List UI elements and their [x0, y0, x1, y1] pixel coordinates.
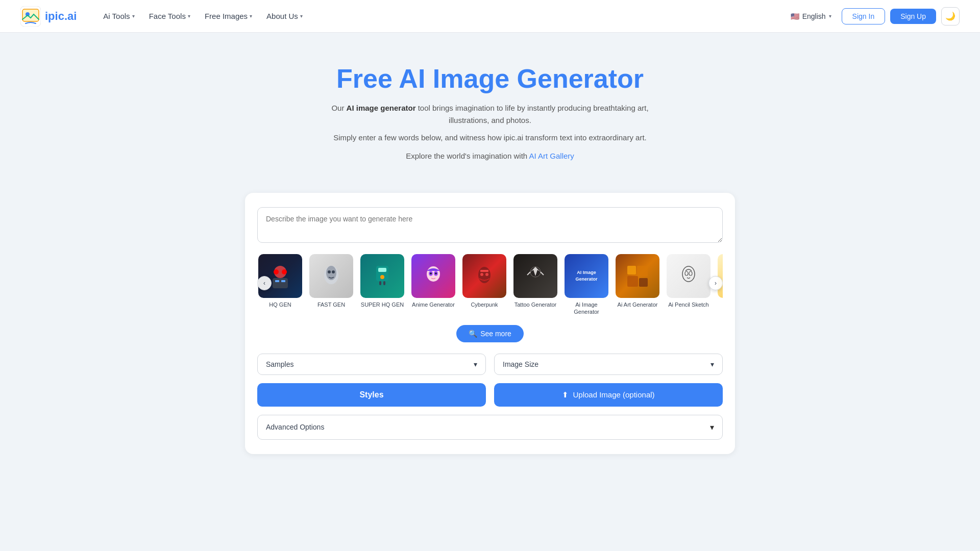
- language-selector[interactable]: 🇺🇸 English ▾: [786, 9, 837, 23]
- svg-point-15: [380, 275, 384, 279]
- svg-rect-28: [627, 266, 636, 274]
- prompt-textarea[interactable]: [257, 207, 723, 243]
- style-label-cyberpunk: Cyberpunk: [471, 301, 498, 308]
- see-more-row: 🔍 See more: [257, 325, 723, 342]
- style-label-hq-gen: HQ GEN: [269, 301, 291, 308]
- chevron-down-icon: ▾: [300, 13, 303, 19]
- theme-toggle-button[interactable]: 🌙: [941, 7, 960, 26]
- svg-point-12: [332, 270, 335, 273]
- carousel-prev-button[interactable]: ‹: [257, 276, 272, 290]
- see-more-button[interactable]: 🔍 See more: [456, 325, 524, 342]
- style-thumbnail-super-hq-gen: [360, 254, 404, 298]
- svg-rect-8: [281, 280, 285, 282]
- svg-point-26: [485, 273, 488, 276]
- hero-description-2: Simply enter a few words below, and witn…: [311, 132, 669, 144]
- action-row: Styles ⬆ Upload Image (optional): [257, 383, 723, 407]
- nav-links: Ai Tools ▾ Face Tools ▾ Free Images ▾ Ab…: [97, 8, 785, 24]
- svg-rect-31: [639, 278, 648, 287]
- style-thumbnail-ai-art-gen: [616, 254, 659, 298]
- style-thumbnail-ai-pencil-sketch: [667, 254, 710, 298]
- advanced-options-label: Advanced Options: [266, 423, 324, 431]
- nav-about-us[interactable]: About Us ▾: [260, 8, 309, 24]
- nav-free-images[interactable]: Free Images ▾: [199, 8, 258, 24]
- search-icon: 🔍: [469, 330, 477, 338]
- chevron-down-icon: ▾: [710, 360, 714, 368]
- hero-description-1: Our AI image generator tool brings imagi…: [311, 102, 669, 127]
- chevron-down-icon: ▾: [188, 13, 190, 19]
- svg-point-22: [435, 272, 437, 274]
- style-item-anime[interactable]: Anime Generator: [410, 254, 456, 316]
- flag-icon: 🇺🇸: [791, 12, 799, 20]
- style-label-ai-image-gen: Ai Image Generator: [564, 301, 609, 316]
- hero-title: Free AI Image Generator: [10, 63, 970, 94]
- style-label-tattoo: Tattoo Generator: [514, 301, 557, 308]
- style-thumbnail-ai-image-gen: AI Image Generator: [565, 254, 608, 298]
- style-thumbnail-cyberpunk: [462, 254, 506, 298]
- svg-point-32: [682, 266, 695, 282]
- style-item-super-hq-gen[interactable]: SUPER HQ GEN: [359, 254, 405, 316]
- nav-face-tools[interactable]: Face Tools ▾: [143, 8, 197, 24]
- svg-rect-17: [383, 281, 385, 285]
- samples-dropdown[interactable]: Samples ▾: [257, 354, 486, 375]
- logo[interactable]: ipic.ai: [20, 6, 77, 27]
- style-label-ai-pencil-sketch: Ai Pencil Sketch: [668, 301, 708, 308]
- svg-rect-7: [275, 280, 279, 282]
- navbar: ipic.ai Ai Tools ▾ Face Tools ▾ Free Ima…: [0, 0, 980, 33]
- upload-image-button[interactable]: ⬆ Upload Image (optional): [494, 383, 723, 407]
- svg-point-11: [328, 270, 331, 273]
- svg-point-25: [480, 273, 483, 276]
- style-label-super-hq-gen: SUPER HQ GEN: [361, 301, 404, 308]
- style-label-ai-art-gen: Ai Art Generator: [618, 301, 658, 308]
- style-thumbnail-fast-gen: [309, 254, 353, 298]
- image-size-dropdown[interactable]: Image Size ▾: [494, 354, 723, 375]
- hero-bold-text: AI image generator: [347, 104, 416, 112]
- advanced-options-row[interactable]: Advanced Options ▾: [257, 415, 723, 440]
- svg-rect-16: [379, 281, 381, 285]
- svg-point-4: [274, 269, 279, 274]
- svg-rect-6: [273, 278, 288, 288]
- style-item-ai-pencil-sketch[interactable]: Ai Pencil Sketch: [666, 254, 712, 316]
- styles-button[interactable]: Styles: [257, 383, 486, 407]
- hero-gallery-text: Explore the world's imagination with AI …: [311, 150, 669, 162]
- svg-point-34: [689, 271, 692, 276]
- style-item-ai-image-gen[interactable]: AI Image Generator Ai Image Generator: [564, 254, 609, 316]
- style-item-tattoo[interactable]: Tattoo Generator: [512, 254, 558, 316]
- hero-section: Free AI Image Generator Our AI image gen…: [0, 33, 980, 183]
- svg-rect-30: [627, 276, 638, 287]
- moon-icon: 🌙: [945, 11, 955, 21]
- svg-rect-14: [378, 268, 386, 272]
- svg-point-21: [430, 272, 432, 274]
- upload-icon: ⬆: [562, 390, 569, 399]
- nav-actions: 🇺🇸 English ▾ Sign In Sign Up 🌙: [786, 7, 960, 26]
- chevron-down-icon: ▾: [710, 422, 714, 432]
- chevron-down-icon: ▾: [474, 360, 477, 368]
- ai-art-gallery-link[interactable]: AI Art Gallery: [529, 152, 574, 160]
- chevron-down-icon: ▾: [829, 13, 831, 19]
- style-carousel: ‹ HQ GEN FAST GEN SUPER H: [257, 254, 723, 316]
- logo-text: ipic.ai: [45, 10, 77, 23]
- svg-rect-1: [22, 9, 39, 21]
- signin-button[interactable]: Sign In: [842, 8, 886, 24]
- svg-point-33: [685, 271, 688, 276]
- nav-ai-tools[interactable]: Ai Tools ▾: [97, 8, 140, 24]
- style-label-anime: Anime Generator: [412, 301, 455, 308]
- chevron-down-icon: ▾: [250, 13, 252, 19]
- style-thumbnail-anime: [411, 254, 455, 298]
- style-label-fast-gen: FAST GEN: [317, 301, 345, 308]
- svg-rect-29: [637, 266, 648, 277]
- options-row: Samples ▾ Image Size ▾: [257, 354, 723, 375]
- carousel-next-button[interactable]: ›: [708, 276, 723, 290]
- signup-button[interactable]: Sign Up: [890, 9, 936, 24]
- style-item-ai-art-gen[interactable]: Ai Art Generator: [615, 254, 660, 316]
- style-item-fast-gen[interactable]: FAST GEN: [308, 254, 354, 316]
- style-thumbnail-tattoo: [513, 254, 557, 298]
- main-card: ‹ HQ GEN FAST GEN SUPER H: [245, 193, 735, 454]
- carousel-track: HQ GEN FAST GEN SUPER HQ GEN: [257, 254, 723, 316]
- svg-point-5: [282, 269, 287, 274]
- style-item-cyberpunk[interactable]: Cyberpunk: [461, 254, 507, 316]
- chevron-down-icon: ▾: [132, 13, 135, 19]
- style-thumbnail-3d-cartoon: [718, 254, 723, 298]
- svg-rect-24: [480, 270, 488, 272]
